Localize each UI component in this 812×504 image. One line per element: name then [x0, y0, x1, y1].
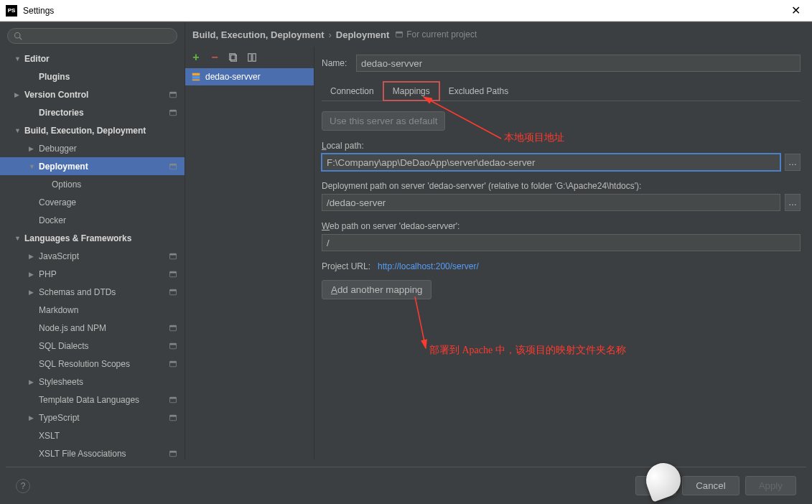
name-label: Name: [322, 58, 356, 68]
tree-item-version-control[interactable]: ▶Version Control [0, 85, 185, 103]
tree-item-label: Debugger [39, 144, 77, 154]
project-scope-icon [169, 90, 177, 99]
browse-deploy-button[interactable]: … [785, 194, 801, 211]
tree-arrow-icon: ▶ [29, 145, 36, 152]
svg-rect-7 [170, 164, 177, 165]
tree-item-stylesheets[interactable]: ▶Stylesheets [0, 373, 185, 391]
svg-rect-5 [170, 110, 177, 111]
app-icon: PS [6, 5, 17, 17]
project-scope-icon [169, 449, 177, 458]
add-mapping-button[interactable]: Add another mapping [322, 280, 431, 299]
tree-item-label: Stylesheets [39, 377, 83, 387]
apply-button[interactable]: Apply [745, 476, 796, 495]
tree-item-markdown[interactable]: ▶Markdown [0, 301, 185, 319]
project-scope-icon [169, 342, 177, 350]
breadcrumb-sep: › [328, 29, 331, 40]
server-item-dedao[interactable]: dedao-servver [185, 68, 314, 85]
tree-item-debugger[interactable]: ▶Debugger [0, 139, 185, 157]
tree-arrow-icon: ▼ [14, 235, 22, 242]
project-scope-icon [169, 324, 177, 332]
svg-rect-30 [248, 54, 251, 62]
tree-item-docker[interactable]: ▶Docker [0, 211, 185, 229]
tree-item-node-js-and-npm[interactable]: ▶Node.js and NPM [0, 319, 185, 337]
add-server-icon[interactable]: + [190, 51, 202, 64]
tree-item-directories[interactable]: ▶Directories [0, 103, 185, 121]
tree-item-build-execution-deployment[interactable]: ▼Build, Execution, Deployment [0, 121, 185, 139]
tree-item-label: Coverage [39, 197, 76, 207]
browse-local-button[interactable]: … [785, 154, 801, 171]
tab-excluded[interactable]: Excluded Paths [440, 81, 517, 101]
tree-item-options[interactable]: ▶Options [0, 175, 185, 193]
tree-item-xslt-file-associations[interactable]: ▶XSLT File Associations [0, 444, 185, 459]
tree-item-label: Deployment [39, 162, 88, 172]
project-scope-icon [169, 162, 177, 171]
tree-item-php[interactable]: ▶PHP [0, 265, 185, 283]
tree-item-javascript[interactable]: ▶JavaScript [0, 247, 185, 265]
tree-item-label: Directories [39, 108, 84, 118]
web-path-input[interactable] [322, 234, 801, 251]
tree-item-label: XSLT File Associations [39, 449, 126, 459]
tree-item-label: Languages & Frameworks [24, 233, 131, 243]
local-path-input[interactable] [322, 154, 780, 171]
deploy-path-input[interactable] [322, 194, 780, 211]
tree-item-sql-dialects[interactable]: ▶SQL Dialects [0, 337, 185, 355]
tree-arrow-icon: ▶ [29, 271, 36, 278]
help-icon[interactable]: ? [16, 479, 30, 493]
tree-arrow-icon: ▼ [14, 127, 22, 134]
project-scope-icon [169, 270, 177, 279]
deploy-path-label: Deployment path on server 'dedao-servver… [322, 181, 801, 191]
tree-item-typescript[interactable]: ▶TypeScript [0, 409, 185, 426]
server-item-label: dedao-servver [205, 72, 261, 82]
web-path-label: Web path on server 'dedao-servver': [322, 221, 801, 231]
cancel-button[interactable]: Cancel [682, 476, 739, 495]
tree-item-label: JavaScript [39, 251, 79, 261]
search-input[interactable] [25, 31, 171, 41]
remove-server-icon[interactable]: − [208, 51, 221, 64]
window-title: Settings [23, 6, 785, 16]
project-url-link[interactable]: http://localhost:200/server/ [378, 261, 479, 271]
server-toolbar: + − [185, 47, 314, 68]
deployment-panel: Name: Connection Mappings Excluded Paths… [314, 47, 812, 459]
close-icon[interactable]: ✕ [785, 4, 806, 17]
tree-arrow-icon: ▶ [14, 91, 22, 98]
server-list[interactable]: dedao-servver [185, 68, 314, 459]
search-icon [14, 32, 22, 40]
tree-item-label: PHP [39, 269, 57, 279]
tree-item-xslt[interactable]: ▶XSLT [0, 426, 185, 444]
breadcrumb: Build, Execution, Deployment › Deploymen… [185, 22, 812, 47]
tab-connection[interactable]: Connection [322, 81, 383, 101]
svg-rect-32 [192, 73, 200, 76]
tree-item-languages-frameworks[interactable]: ▼Languages & Frameworks [0, 229, 185, 247]
tree-item-sql-resolution-scopes[interactable]: ▶SQL Resolution Scopes [0, 355, 185, 373]
svg-rect-19 [170, 361, 177, 363]
local-path-label: Local path: [322, 141, 801, 151]
svg-rect-3 [170, 92, 177, 93]
tree-item-template-data-languages[interactable]: ▶Template Data Languages [0, 391, 185, 409]
tree-item-label: XSLT [39, 431, 60, 441]
tree-item-label: Markdown [39, 305, 78, 315]
svg-line-1 [19, 37, 22, 39]
tree-item-coverage[interactable]: ▶Coverage [0, 193, 185, 211]
use-default-button[interactable]: Use this server as default [322, 111, 445, 131]
project-scope-icon [169, 360, 177, 368]
tree-item-schemas-and-dtds[interactable]: ▶Schemas and DTDs [0, 283, 185, 301]
tab-mappings[interactable]: Mappings [383, 81, 440, 101]
tree-item-label: Docker [39, 215, 66, 225]
copy-server-icon[interactable] [227, 51, 240, 64]
settings-sidebar: ▼Editor▶Plugins▶Version Control▶Director… [0, 22, 185, 459]
tree-item-label: Options [52, 179, 81, 190]
svg-rect-23 [170, 415, 177, 416]
name-input[interactable] [356, 55, 801, 72]
settings-tree[interactable]: ▼Editor▶Plugins▶Version Control▶Director… [0, 50, 185, 459]
project-url-label: Project URL: [322, 261, 370, 271]
project-scope-icon [169, 288, 177, 297]
tree-item-editor[interactable]: ▼Editor [0, 50, 185, 67]
tree-item-plugins[interactable]: ▶Plugins [0, 67, 185, 85]
server-list-panel: + − dedao-servver [185, 47, 314, 459]
search-box[interactable] [7, 28, 177, 44]
tree-arrow-icon: ▶ [29, 414, 36, 421]
breadcrumb-part2: Deployment [336, 29, 389, 40]
tree-item-deployment[interactable]: ▼Deployment [0, 157, 185, 175]
project-scope-icon [169, 252, 177, 261]
toolbar-extra-icon[interactable] [246, 51, 258, 64]
